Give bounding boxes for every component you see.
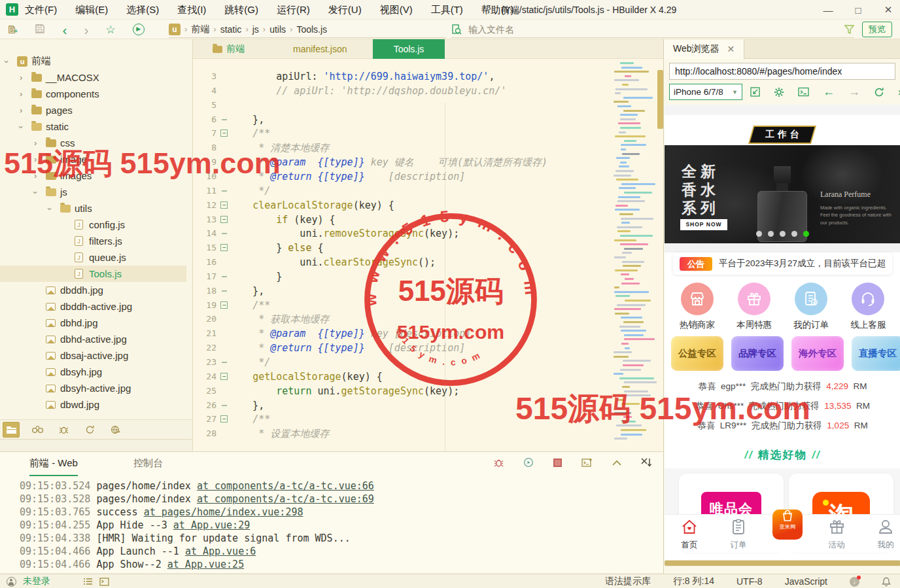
breadcrumb-item[interactable]: js: [252, 24, 259, 35]
clear-log-icon[interactable]: [641, 458, 651, 467]
terminal-icon[interactable]: [99, 578, 109, 586]
filter-funnel-icon[interactable]: [844, 24, 854, 34]
nav-首页[interactable]: 首页: [670, 519, 709, 551]
quick-entry-本周特惠[interactable]: 本周特惠: [731, 280, 777, 336]
tree-item-queue.js[interactable]: Jqueue.js: [0, 249, 192, 266]
language-label[interactable]: JavaScript: [785, 576, 827, 587]
quick-entry-热销商家[interactable]: 热销商家: [674, 280, 720, 336]
tree-item-image[interactable]: ›image: [0, 151, 192, 167]
nav-forward-icon[interactable]: →: [848, 85, 860, 99]
menu-item[interactable]: 发行(U): [328, 4, 362, 16]
log-source-link[interactable]: at App.vue:6: [185, 545, 256, 557]
menu-item[interactable]: 运行(R): [277, 4, 310, 16]
menu-item[interactable]: 视图(V): [380, 4, 413, 16]
tree-chevron-icon[interactable]: ›: [34, 171, 37, 181]
carousel-dot[interactable]: [756, 231, 762, 237]
code-area[interactable]: 3 apiUrl: 'http://699.haiwaiym39.top/',4…: [193, 59, 612, 451]
quick-entry-我的订单[interactable]: 我的订单: [788, 280, 834, 336]
fold-marker-icon[interactable]: −: [220, 130, 228, 137]
tree-chevron-icon[interactable]: ›: [20, 89, 22, 99]
breadcrumb-item[interactable]: Tools.js: [296, 24, 327, 35]
refresh-icon[interactable]: [81, 422, 98, 438]
url-input[interactable]: http://localhost:8080/#/pages/home/index: [669, 63, 895, 80]
tree-item-dbwd.jpg[interactable]: dbwd.jpg: [0, 396, 192, 413]
preview-button[interactable]: 预览: [862, 22, 892, 37]
zone-card-直播专区[interactable]: 直播专区: [852, 336, 900, 371]
carousel-dot[interactable]: [768, 231, 774, 237]
tree-chevron-icon[interactable]: ›: [31, 191, 41, 194]
new-console-icon[interactable]: [581, 458, 593, 468]
stop-icon[interactable]: [553, 458, 562, 467]
login-status[interactable]: 未登录: [23, 576, 50, 587]
fold-marker-icon[interactable]: −: [220, 201, 228, 209]
tree-item-config.js[interactable]: Jconfig.js: [0, 216, 192, 233]
menu-item[interactable]: 跳转(G): [224, 4, 258, 16]
console-tab-main[interactable]: 控制台: [133, 457, 163, 476]
nav-back-icon[interactable]: ←: [823, 85, 835, 99]
tree-item-js[interactable]: ›js: [0, 184, 192, 200]
log-source-link[interactable]: at components/a-tc/a-tc.vue:66: [197, 480, 374, 492]
back-icon[interactable]: ‹: [62, 23, 67, 37]
tree-item-dbsaj-active.jpg[interactable]: dbsaj-active.jpg: [0, 347, 192, 364]
maximize-button[interactable]: □: [852, 5, 865, 16]
tree-item-images[interactable]: ›images: [0, 167, 192, 184]
fold-marker-icon[interactable]: −: [220, 415, 228, 423]
tree-item-__MACOSX[interactable]: ›__MACOSX: [0, 69, 192, 86]
browser-tab[interactable]: Web浏览器 ✕: [664, 39, 744, 59]
search-binoculars-icon[interactable]: [29, 422, 46, 438]
new-file-icon[interactable]: 🗎+: [7, 24, 18, 35]
forward-icon[interactable]: ›: [84, 23, 88, 37]
tree-item-dbddh.jpg[interactable]: dbddh.jpg: [0, 282, 192, 298]
tab-project[interactable]: 前端: [213, 39, 245, 59]
syntax-lib-label[interactable]: 语法提示库: [605, 576, 651, 587]
tree-item-pages[interactable]: ›pages: [0, 102, 192, 118]
fold-marker-icon[interactable]: −: [220, 216, 228, 223]
fold-marker-icon[interactable]: −: [220, 302, 228, 309]
editor-scrollbar[interactable]: [657, 70, 663, 129]
preview-hscrollbar[interactable]: [665, 560, 900, 566]
carousel-dot[interactable]: [791, 231, 797, 237]
restart-icon[interactable]: [523, 457, 534, 468]
encoding-label[interactable]: UTF-8: [736, 576, 763, 587]
resize-window-icon[interactable]: [750, 87, 760, 97]
hero-banner[interactable]: 全新 香水 系列 SHOP NOW Larana Perfume Made wi…: [665, 145, 900, 243]
run-icon[interactable]: ▶: [133, 24, 145, 35]
bell-icon[interactable]: [882, 577, 891, 587]
menu-item[interactable]: 文件(F): [25, 4, 57, 16]
tree-item-css[interactable]: ›css: [0, 135, 192, 151]
debug-bug-icon[interactable]: [494, 458, 504, 468]
search-input[interactable]: [467, 24, 781, 35]
menu-item[interactable]: 选择(S): [126, 4, 159, 16]
tree-item-utils[interactable]: ›utils: [0, 200, 192, 216]
nav-订单[interactable]: 订单: [719, 519, 758, 551]
log-source-link[interactable]: at App.vue:25: [167, 559, 244, 570]
code-editor[interactable]: 前端 manifest.json Tools.js 3 apiUrl: 'htt…: [192, 39, 663, 451]
close-button[interactable]: ✕: [882, 4, 895, 16]
tree-item-dbsyh-active.jpg[interactable]: dbsyh-active.jpg: [0, 380, 192, 396]
settings-gear-icon[interactable]: [774, 87, 784, 97]
tree-chevron-icon[interactable]: ›: [2, 60, 12, 63]
tree-item-components[interactable]: ›components: [0, 86, 192, 102]
shop-now-button[interactable]: SHOP NOW: [680, 219, 727, 230]
tree-chevron-icon[interactable]: ›: [20, 105, 22, 115]
save-icon[interactable]: [35, 24, 45, 36]
outline-list-icon[interactable]: [83, 578, 93, 585]
zone-card-海外专区[interactable]: 海外专区: [791, 336, 844, 371]
carousel-dot[interactable]: [780, 231, 786, 237]
close-tab-icon[interactable]: ✕: [727, 44, 735, 54]
zone-card-品牌专区[interactable]: 品牌专区: [731, 336, 784, 371]
zone-card-公益专区[interactable]: 公益专区: [671, 336, 723, 371]
fold-marker-icon[interactable]: −: [220, 244, 228, 251]
fold-marker-icon[interactable]: −: [220, 373, 228, 380]
tree-item-dbddh-active.jpg[interactable]: dbddh-active.jpg: [0, 298, 192, 315]
tree-item-前端[interactable]: ›u前端: [0, 53, 192, 69]
collapse-panel-icon[interactable]: [612, 460, 621, 466]
carousel-dots[interactable]: [665, 231, 900, 237]
tab-tools-js[interactable]: Tools.js: [373, 39, 445, 59]
device-select[interactable]: iPhone 6/7/8 ▼: [669, 84, 742, 100]
tree-item-static[interactable]: ›static: [0, 118, 192, 135]
quick-entry-线上客服[interactable]: 线上客服: [845, 280, 891, 336]
tree-item-filters.js[interactable]: Jfilters.js: [0, 233, 192, 249]
tree-chevron-icon[interactable]: ›: [16, 126, 26, 128]
log-source-link[interactable]: at App.vue:29: [173, 519, 250, 531]
